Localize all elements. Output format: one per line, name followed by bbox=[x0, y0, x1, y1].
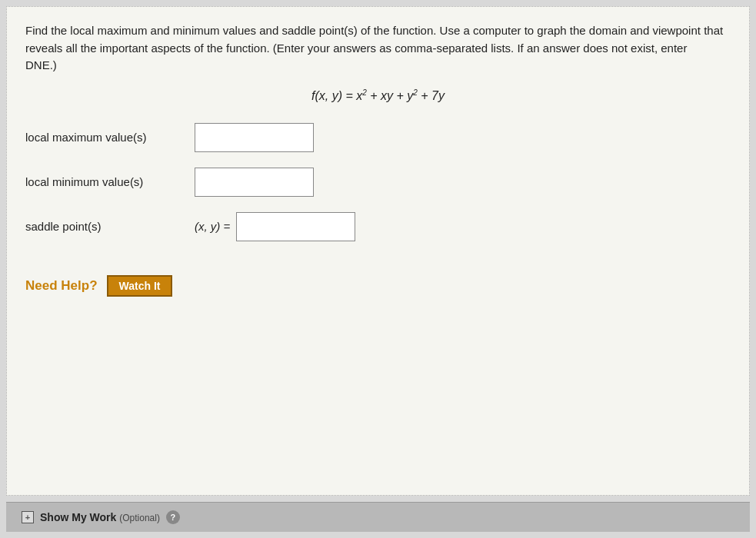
need-help-label: Need Help? bbox=[25, 278, 98, 294]
question-text: Find the local maximum and minimum value… bbox=[25, 22, 731, 75]
local-max-input[interactable] bbox=[195, 123, 314, 152]
main-container: Find the local maximum and minimum value… bbox=[0, 0, 756, 538]
local-min-input[interactable] bbox=[195, 168, 314, 197]
function-display: f(x, y) = x2 + xy + y2 + 7y bbox=[25, 88, 731, 103]
saddle-row: saddle point(s) (x, y) = bbox=[25, 212, 731, 241]
local-min-label: local minimum value(s) bbox=[25, 175, 195, 188]
answer-rows: local maximum value(s) local minimum val… bbox=[25, 123, 731, 257]
show-work-text: Show My Work (Optional) bbox=[40, 511, 160, 523]
need-help-section: Need Help? Watch It bbox=[25, 275, 731, 297]
show-work-optional: (Optional) bbox=[119, 513, 160, 523]
question-card: Find the local maximum and minimum value… bbox=[6, 6, 750, 496]
help-icon[interactable]: ? bbox=[166, 510, 180, 524]
show-work-label: Show My Work bbox=[40, 511, 116, 523]
show-work-icon[interactable]: + bbox=[22, 511, 34, 523]
bottom-bar: + Show My Work (Optional) ? bbox=[6, 502, 750, 532]
saddle-input[interactable] bbox=[236, 212, 355, 241]
saddle-prefix: (x, y) = bbox=[195, 220, 230, 233]
local-max-label: local maximum value(s) bbox=[25, 131, 195, 144]
local-max-row: local maximum value(s) bbox=[25, 123, 731, 152]
local-min-row: local minimum value(s) bbox=[25, 168, 731, 197]
watch-it-button[interactable]: Watch It bbox=[107, 275, 173, 297]
saddle-label: saddle point(s) bbox=[25, 220, 195, 233]
